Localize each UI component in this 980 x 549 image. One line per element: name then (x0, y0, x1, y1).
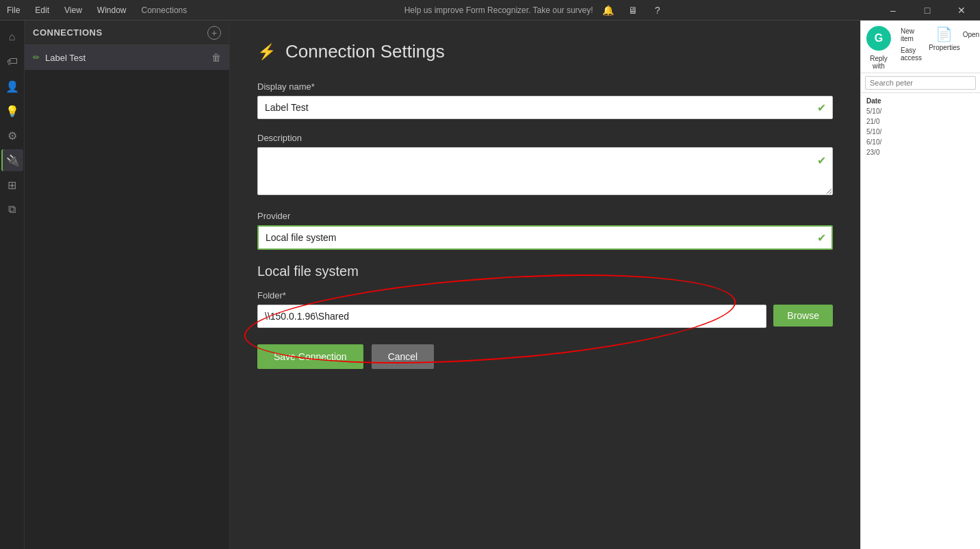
description-textarea[interactable] (257, 147, 833, 195)
cancel-button[interactable]: Cancel (372, 344, 435, 369)
nav-home-icon[interactable]: ⌂ (1, 26, 23, 48)
page-title: Connection Settings (285, 41, 445, 62)
display-name-check-icon: ✔ (817, 101, 826, 114)
nav-panel-icon[interactable]: ⧉ (1, 199, 23, 220)
nav-grid-icon[interactable]: ⊞ (1, 174, 23, 196)
save-connection-button[interactable]: Save Connection (257, 344, 363, 369)
right-dates: Date 5/10/ 21/0 5/10/ 6/10/ 23/0 (861, 93, 980, 160)
sidebar-item-label-test[interactable]: ✏ Label Test 🗑 (25, 45, 229, 70)
folder-input[interactable] (257, 305, 766, 328)
title-bar-center: Help us improve Form Recognizer. Take ou… (194, 1, 877, 20)
connection-settings-icon: ⚡ (257, 43, 276, 61)
menu-window[interactable]: Window (90, 3, 133, 18)
sidebar-title: Connections (33, 27, 103, 38)
provider-label: Provider (257, 211, 833, 221)
easy-access-label: Easy access (901, 47, 922, 62)
open-label: Open (963, 28, 979, 38)
date-row-2: 5/10/ (861, 127, 980, 137)
action-row: Save Connection Cancel (257, 344, 833, 369)
nav-connections-icon[interactable]: 🔌 (1, 149, 23, 171)
sidebar-delete-button[interactable]: 🗑 (211, 52, 221, 63)
page-header: ⚡ Connection Settings (257, 41, 833, 62)
app-body: ⌂ 🏷 👤 💡 ⚙ 🔌 ⊞ ⧉ Connections + ✏ Label Te… (0, 21, 980, 549)
date-row-4: 23/0 (861, 147, 980, 157)
folder-group: Folder* Browse (257, 290, 833, 328)
date-row-1: 21/0 (861, 116, 980, 127)
display-name-group: Display name* ✔ (257, 81, 833, 119)
description-check-icon: ✔ (817, 154, 826, 167)
date-row-0: 5/10/ (861, 106, 980, 116)
new-item-button[interactable]: New item (897, 26, 926, 44)
new-item-label: New item (901, 27, 922, 42)
display-name-input[interactable] (257, 96, 833, 119)
folder-label: Folder* (257, 290, 833, 301)
close-button[interactable]: ✕ (946, 0, 977, 21)
nav-lightbulb-icon[interactable]: 💡 (1, 100, 23, 122)
properties-label: Properties (929, 44, 960, 51)
menu-file[interactable]: File (0, 3, 27, 18)
right-search-input[interactable] (865, 76, 976, 90)
description-group: Description ✔ (257, 133, 833, 197)
description-wrapper: ✔ (257, 147, 833, 197)
survey-text: Help us improve Form Recognizer. Take ou… (404, 5, 593, 15)
grammarly-button[interactable]: G (866, 26, 891, 51)
sidebar-header: Connections + (25, 21, 229, 45)
provider-select[interactable]: Local file system (257, 225, 833, 250)
menu-bar: File Edit View Window Connections (0, 3, 194, 18)
provider-select-wrapper: Local file system ✔ (257, 225, 833, 250)
right-panel: G Reply with New item Easy access 📄 Prop… (860, 21, 980, 549)
display-name-label: Display name* (257, 81, 833, 92)
sidebar-item-icon: ✏ (33, 53, 40, 62)
title-bar: File Edit View Window Connections Help u… (0, 0, 980, 21)
date-row-3: 6/10/ (861, 137, 980, 147)
feedback-icon[interactable]: 🔔 (599, 1, 618, 20)
minimize-button[interactable]: – (877, 0, 909, 21)
nav-person-icon[interactable]: 👤 (1, 75, 23, 97)
help-icon[interactable]: ? (648, 1, 667, 20)
menu-view[interactable]: View (57, 3, 89, 18)
description-label: Description (257, 133, 833, 143)
date-header: Date (861, 96, 980, 106)
sidebar: Connections + ✏ Label Test 🗑 (25, 21, 230, 549)
nav-settings-icon[interactable]: ⚙ (1, 125, 23, 146)
folder-row: Browse (257, 305, 833, 328)
right-search (861, 73, 980, 93)
right-panel-top: G Reply with New item Easy access 📄 Prop… (861, 21, 980, 73)
nav-tag-icon[interactable]: 🏷 (1, 51, 23, 73)
screen-icon[interactable]: 🖥 (623, 1, 643, 20)
main-content: ⚡ Connection Settings Display name* ✔ De… (230, 21, 860, 549)
window-controls: – □ ✕ (877, 0, 980, 21)
far-left-nav: ⌂ 🏷 👤 💡 ⚙ 🔌 ⊞ ⧉ (0, 21, 25, 549)
maximize-button[interactable]: □ (912, 0, 943, 21)
sidebar-add-button[interactable]: + (207, 26, 221, 40)
sidebar-item-label: Label Test (45, 53, 206, 63)
provider-check-icon: ✔ (817, 231, 826, 244)
browse-button[interactable]: Browse (773, 305, 833, 327)
properties-icon: 📄 (936, 26, 953, 42)
reply-with-label: Reply with (864, 55, 894, 70)
easy-access-button[interactable]: Easy access (897, 45, 926, 63)
app-name: Connections (135, 3, 194, 18)
section-title: Local file system (257, 264, 833, 279)
menu-edit[interactable]: Edit (28, 3, 56, 18)
provider-group: Provider Local file system ✔ (257, 211, 833, 250)
display-name-wrapper: ✔ (257, 96, 833, 119)
